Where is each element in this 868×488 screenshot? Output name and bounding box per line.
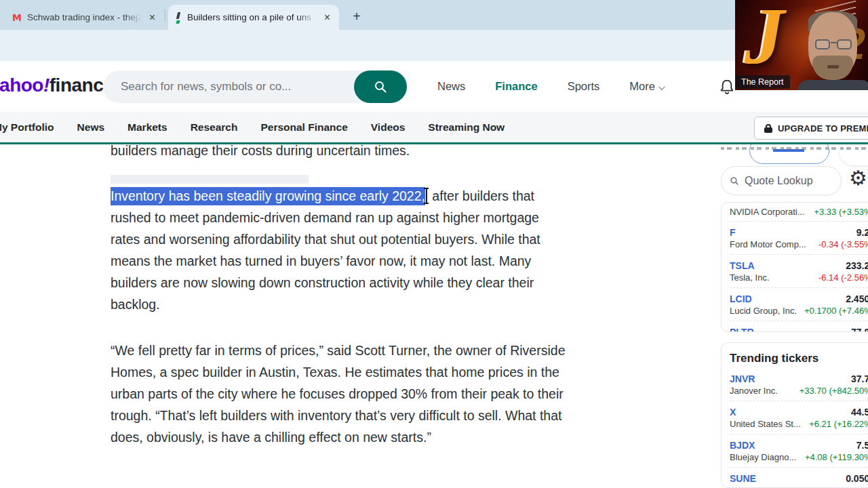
article-paragraph: “We fell pretty far in terms of prices,”… (111, 340, 569, 448)
header-search[interactable] (103, 70, 407, 103)
trending-tickers-card: Trending tickers JNVR37.70 Janover Inc.+… (721, 342, 868, 488)
browser-tab-article[interactable]: Builders sitting on a pile of uns × (168, 5, 339, 30)
subnav-my-portfolio[interactable]: My Portfolio (0, 121, 54, 134)
quote-row-pltr[interactable]: PLTR77.84 Palantir Technolo...+3.83 (+5.… (730, 321, 868, 332)
person-glasses (814, 39, 853, 50)
article-body: builders manage their costs during uncer… (111, 140, 569, 448)
search-icon (374, 80, 387, 94)
webcam-logo-letter: J (745, 0, 785, 83)
quote-lookup-input[interactable] (745, 175, 833, 187)
quote-row-f[interactable]: F9.24 Ford Motor Comp...-0.34 (-3.55%) (730, 221, 868, 254)
subnav-research[interactable]: Research (191, 121, 238, 134)
subnav-markets[interactable]: Markets (127, 121, 167, 134)
webcam-caption: The Report (735, 75, 790, 89)
person-shoulders (797, 80, 868, 90)
yahoo-favicon-icon (175, 12, 182, 24)
gmail-favicon-icon: M (12, 12, 22, 23)
quote-row-lcid[interactable]: LCID2.4500 Lucid Group, Inc.+0.1700 (+7.… (730, 287, 868, 321)
finance-subnav: My Portfolio News Markets Research Perso… (0, 112, 868, 144)
quote-lookup[interactable] (721, 166, 842, 195)
nav-finance[interactable]: Finance (495, 80, 537, 93)
subnav-news[interactable]: News (77, 121, 105, 134)
tab-title: Builders sitting on a pile of uns (187, 12, 317, 22)
search-button[interactable] (354, 70, 407, 103)
quote-row-nvda[interactable]: NVIDIA Corporati...+3.33 (+3.53%) (730, 203, 868, 221)
tab-close-icon[interactable]: × (322, 12, 332, 23)
quote-row-tsla[interactable]: TSLA233.29 Tesla, Inc.-6.14 (-2.56%) (730, 254, 868, 287)
text-cursor (426, 188, 427, 203)
gear-icon[interactable]: ⚙ (849, 168, 867, 188)
article-paragraph: Inventory has been steadily growing sinc… (111, 185, 569, 315)
selected-text[interactable]: Inventory has been steadily growing sinc… (111, 187, 425, 205)
new-tab-button[interactable]: + (347, 7, 366, 26)
nav-sports[interactable]: Sports (568, 80, 600, 93)
trending-tickers-title: Trending tickers (730, 343, 868, 368)
webcam-person (800, 11, 868, 90)
quote-row-x[interactable]: X44.50 United States St...+6.21 (+16.22%… (730, 401, 868, 434)
chevron-down-icon (658, 83, 665, 90)
search-input[interactable] (103, 80, 327, 94)
top-navigation: News Finance Sports More (437, 61, 663, 112)
quote-row-bjdx[interactable]: BJDX7.50 Bluejay Diagno...+4.08 (+119.30… (730, 434, 868, 467)
person-mouth (827, 65, 839, 68)
clipped-text-fragment (721, 147, 868, 150)
selection-artifact (111, 175, 309, 184)
subnav-videos[interactable]: Videos (371, 121, 406, 134)
search-icon (730, 176, 739, 186)
nav-more[interactable]: More (629, 80, 663, 93)
yahoo-finance-logo[interactable]: yahoo!finance (0, 75, 113, 96)
subnav-personal-finance[interactable]: Personal Finance (260, 121, 347, 134)
nav-news[interactable]: News (437, 80, 465, 93)
browser-tab-gmail[interactable]: M Schwab trading index - thej22r × (5, 5, 164, 30)
subnav-streaming-now[interactable]: Streaming Now (428, 121, 505, 134)
tab-close-icon[interactable]: × (147, 12, 157, 23)
recent-quotes-card: NVIDIA Corporati...+3.33 (+3.53%) F9.24 … (721, 202, 868, 332)
notifications-bell-icon[interactable] (719, 79, 735, 96)
lock-icon (764, 124, 772, 133)
quote-row-jnvr[interactable]: JNVR37.70 Janover Inc.+33.70 (+842.50%) (730, 368, 868, 401)
tab-divider (165, 9, 165, 22)
tab-title: Schwab trading index - thej22r (27, 12, 142, 22)
upgrade-to-premium-button[interactable]: UPGRADE TO PREMIUM (754, 117, 868, 140)
webcam-overlay: J 22 The Report (735, 0, 868, 90)
quote-row-sune[interactable]: SUNE0.0500 SUNation Ener...-0.1660 (-76.… (730, 467, 868, 488)
